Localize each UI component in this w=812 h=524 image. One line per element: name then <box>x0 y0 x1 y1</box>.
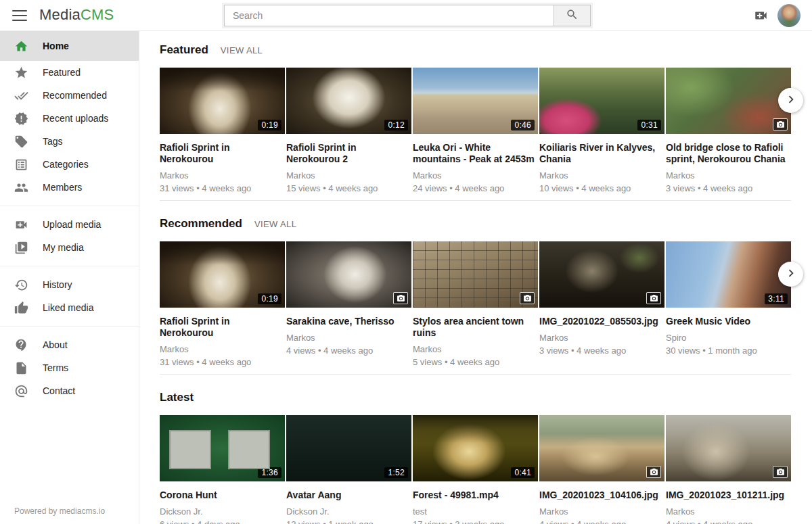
media-title[interactable]: Koiliaris River in Kalyves, Chania <box>539 142 664 165</box>
at-icon <box>14 384 28 398</box>
media-card: 3:11 Greek Music Video Spiro 30 views • … <box>666 241 791 374</box>
sidebar-item-featured[interactable]: Featured <box>0 61 139 84</box>
search-bar <box>222 3 593 28</box>
media-card: 1:36 Corona Hunt Dickson Jr. 6 views • 4… <box>160 415 285 524</box>
media-meta: 6 views • 4 days ago <box>160 519 285 524</box>
video-library-icon <box>14 241 28 255</box>
media-title[interactable]: IMG_20201023_101211.jpg <box>666 490 791 501</box>
media-meta: 10 views • 4 weeks ago <box>539 183 664 193</box>
media-thumbnail[interactable]: 0:46 <box>413 68 538 134</box>
media-thumbnail[interactable]: 1:52 <box>286 415 411 481</box>
app-logo[interactable]: MediaCMS <box>39 6 114 24</box>
upload-media-button[interactable] <box>752 8 770 23</box>
media-thumbnail[interactable] <box>539 241 664 308</box>
media-title[interactable]: Rafioli Sprint in Nerokourou <box>160 316 285 339</box>
media-title[interactable]: Stylos area ancient town ruins <box>413 316 538 339</box>
media-meta: 4 views • 4 weeks ago <box>286 346 411 356</box>
sidebar-item-label: About <box>43 339 68 350</box>
media-card: IMG_20201023_104106.jpg Markos 4 views •… <box>539 415 664 524</box>
media-thumbnail[interactable]: 0:41 <box>413 415 538 481</box>
media-meta: 3 views • 4 weeks ago <box>666 183 791 193</box>
top-header: MediaCMS <box>0 0 812 31</box>
media-author[interactable]: Dickson Jr. <box>286 506 411 517</box>
media-card: Sarakina cave, Therisso Markos 4 views •… <box>286 241 411 374</box>
media-thumbnail[interactable] <box>539 415 664 481</box>
media-thumbnail[interactable]: 0:12 <box>286 68 411 134</box>
menu-hamburger-icon[interactable] <box>12 9 27 22</box>
media-meta: 24 views • 4 weeks ago <box>413 183 538 193</box>
view-all-link[interactable]: VIEW ALL <box>254 219 296 229</box>
sidebar-item-my-media[interactable]: My media <box>0 236 139 259</box>
media-author[interactable]: Markos <box>539 333 664 343</box>
sidebar-item-upload-media[interactable]: Upload media <box>0 213 139 236</box>
help-icon <box>14 338 28 352</box>
logo-text-accent: CMS <box>81 6 114 23</box>
media-title[interactable]: Sarakina cave, Therisso <box>286 316 411 327</box>
media-author[interactable]: Markos <box>413 170 538 181</box>
media-thumbnail[interactable]: 0:19 <box>160 68 285 134</box>
duration-badge: 0:31 <box>637 120 661 130</box>
sidebar-item-home[interactable]: Home <box>0 31 139 61</box>
search-button[interactable] <box>554 5 591 26</box>
thumb-up-icon <box>14 301 28 315</box>
media-author[interactable]: Dickson Jr. <box>160 506 285 517</box>
media-title[interactable]: Old bridge close to Rafioli sprint, Nero… <box>666 142 791 165</box>
sidebar-item-liked-media[interactable]: Liked media <box>0 296 139 319</box>
media-thumbnail[interactable] <box>666 415 791 481</box>
media-title[interactable]: Rafioli Sprint in Nerokourou 2 <box>286 142 411 165</box>
photo-camera-icon <box>646 292 661 304</box>
duration-badge: 1:52 <box>384 467 408 478</box>
media-author[interactable]: Markos <box>160 170 285 181</box>
media-title[interactable]: IMG_20201023_104106.jpg <box>539 490 664 501</box>
media-title[interactable]: IMG_20201022_085503.jpg <box>539 316 664 327</box>
media-thumbnail[interactable]: 0:31 <box>539 68 664 134</box>
media-author[interactable]: Markos <box>286 333 411 343</box>
media-meta: 4 views • 4 weeks ago <box>666 519 791 524</box>
media-card-row: 0:19 Rafioli Sprint in Nerokourou Markos… <box>160 241 791 374</box>
media-title[interactable]: Forest - 49981.mp4 <box>413 490 538 501</box>
media-thumbnail[interactable] <box>286 241 411 308</box>
sidebar-item-categories[interactable]: Categories <box>0 153 139 176</box>
media-author[interactable]: Markos <box>160 344 285 354</box>
media-title[interactable]: Rafioli Sprint in Nerokourou <box>160 142 285 165</box>
sidebar-item-contact[interactable]: Contact <box>0 379 139 402</box>
media-thumbnail[interactable]: 3:11 <box>666 241 791 308</box>
media-author[interactable]: Markos <box>666 506 791 517</box>
sidebar-item-members[interactable]: Members <box>0 176 139 199</box>
media-meta: 15 views • 4 weeks ago <box>286 183 411 193</box>
media-title[interactable]: Greek Music Video <box>666 316 791 327</box>
media-author[interactable]: Markos <box>666 170 791 181</box>
media-author[interactable]: Markos <box>539 170 664 181</box>
media-title[interactable]: Avatar Aang <box>286 490 411 501</box>
media-author[interactable]: Markos <box>286 170 411 181</box>
media-meta: 4 views • 4 weeks ago <box>539 519 664 524</box>
carousel-next-button[interactable] <box>778 88 803 113</box>
media-title[interactable]: Leuka Ori - White mountains - Peak at 24… <box>413 142 538 165</box>
media-author[interactable]: Markos <box>539 506 664 517</box>
view-all-link[interactable]: VIEW ALL <box>221 45 263 55</box>
photo-camera-icon <box>773 118 788 130</box>
media-card: Old bridge close to Rafioli sprint, Nero… <box>666 68 791 200</box>
sidebar-item-label: Terms <box>43 362 68 373</box>
video-upload-icon <box>14 218 28 232</box>
media-author[interactable]: Spiro <box>666 333 791 343</box>
sidebar-item-tags[interactable]: Tags <box>0 130 139 153</box>
media-thumbnail[interactable]: 0:19 <box>160 241 285 308</box>
media-author[interactable]: test <box>413 506 538 517</box>
media-thumbnail[interactable] <box>666 68 791 134</box>
sidebar-item-label: Members <box>43 182 82 193</box>
sidebar-item-terms[interactable]: Terms <box>0 356 139 379</box>
powered-by-label[interactable]: Powered by mediacms.io <box>14 506 105 516</box>
search-input[interactable] <box>224 5 554 26</box>
sidebar-item-about[interactable]: About <box>0 333 139 356</box>
sidebar-item-recent-uploads[interactable]: Recent uploads <box>0 107 139 130</box>
media-thumbnail[interactable]: 1:36 <box>160 415 285 481</box>
carousel-next-button[interactable] <box>778 262 803 287</box>
media-title[interactable]: Corona Hunt <box>160 490 285 501</box>
user-avatar[interactable] <box>777 4 800 27</box>
sidebar-item-history[interactable]: History <box>0 273 139 296</box>
media-author[interactable]: Markos <box>413 344 538 354</box>
media-card: 0:12 Rafioli Sprint in Nerokourou 2 Mark… <box>286 68 411 200</box>
media-thumbnail[interactable] <box>413 241 538 308</box>
sidebar-item-recommended[interactable]: Recommended <box>0 84 139 107</box>
